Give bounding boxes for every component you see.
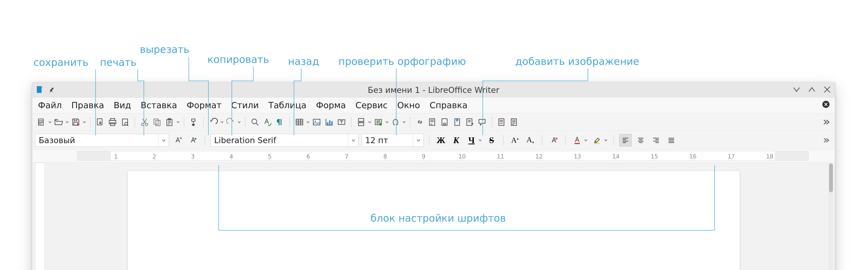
font-color-dropdown[interactable]	[583, 134, 588, 146]
window-close-button[interactable]	[823, 85, 831, 95]
document-close-icon[interactable]	[822, 100, 830, 110]
align-left-button[interactable]	[619, 134, 632, 146]
open-button[interactable]	[52, 116, 65, 128]
menu-help[interactable]: Справка	[430, 100, 468, 110]
insert-image-button[interactable]	[310, 116, 323, 128]
scrollbar-thumb[interactable]	[829, 163, 833, 192]
pin-icon[interactable]	[49, 86, 56, 94]
track-changes-button[interactable]	[495, 116, 508, 128]
paste-dropdown[interactable]	[176, 116, 180, 128]
cut-button[interactable]	[138, 116, 151, 128]
copy-button[interactable]	[151, 116, 163, 128]
redo-dropdown[interactable]	[237, 116, 242, 128]
clone-formatting-button[interactable]	[188, 116, 200, 128]
open-dropdown[interactable]	[65, 116, 69, 128]
new-document-dropdown[interactable]	[48, 116, 52, 128]
annotation-image-label: добавить изображение	[515, 56, 639, 67]
font-name-dropdown[interactable]	[348, 134, 359, 146]
insert-endnote-button[interactable]	[438, 116, 451, 128]
new-document-button[interactable]	[35, 116, 48, 128]
italic-button[interactable]: К	[450, 134, 462, 146]
menu-bar: Файл Правка Вид Вставка Формат Стили Таб…	[32, 98, 835, 113]
insert-hyperlink-button[interactable]	[414, 116, 426, 128]
highlight-color-button[interactable]	[591, 134, 603, 146]
fmt-toolbar-overflow-button[interactable]	[820, 134, 832, 146]
highlight-color-dropdown[interactable]	[603, 134, 608, 146]
insert-footnote-button[interactable]	[426, 116, 438, 128]
vertical-scrollbar[interactable]	[829, 163, 833, 270]
print-button[interactable]	[106, 116, 119, 128]
export-pdf-button[interactable]	[94, 116, 106, 128]
redo-button[interactable]	[224, 116, 237, 128]
menu-format[interactable]: Формат	[187, 100, 221, 110]
paragraph-style-value: Базовый	[39, 135, 75, 145]
insert-comment-button[interactable]	[476, 116, 488, 128]
clear-formatting-button[interactable]	[548, 134, 560, 146]
undo-dropdown[interactable]	[220, 116, 224, 128]
font-color-button[interactable]	[571, 134, 583, 146]
menu-file[interactable]: Файл	[38, 100, 62, 110]
paste-button[interactable]	[163, 116, 176, 128]
menu-edit[interactable]: Правка	[71, 100, 104, 110]
insert-special-char-dropdown[interactable]	[402, 116, 406, 128]
annotation-print-label: печать	[100, 56, 136, 68]
insert-chart-button[interactable]	[323, 116, 335, 128]
insert-table-dropdown[interactable]	[306, 116, 310, 128]
menu-styles[interactable]: Стили	[231, 100, 259, 110]
strikethrough-button[interactable]: S	[485, 134, 498, 146]
find-replace-button[interactable]	[249, 116, 261, 128]
insert-field-button[interactable]	[372, 116, 384, 128]
separator	[351, 117, 351, 127]
svg-rect-3	[74, 119, 77, 121]
vertical-ruler[interactable]	[35, 163, 45, 270]
insert-bookmark-button[interactable]	[451, 116, 463, 128]
superscript-button[interactable]: A▴	[509, 134, 521, 146]
save-button[interactable]	[69, 116, 82, 128]
menu-view[interactable]: Вид	[114, 100, 131, 110]
toolbar-overflow-button[interactable]	[820, 116, 832, 128]
save-dropdown[interactable]	[82, 116, 87, 128]
separator	[134, 117, 135, 127]
font-name-combo[interactable]: Liberation Serif	[211, 134, 359, 147]
menu-form[interactable]: Форма	[316, 100, 346, 110]
font-size-combo[interactable]: 12 пт	[362, 134, 424, 147]
insert-table-button[interactable]	[293, 116, 306, 128]
update-style-button[interactable]	[172, 134, 184, 146]
svg-rect-24	[331, 122, 333, 125]
print-preview-button[interactable]	[119, 116, 131, 128]
window-minimize-button[interactable]	[792, 85, 801, 95]
bold-button[interactable]: Ж	[435, 134, 447, 146]
svg-point-29	[379, 123, 382, 126]
menu-window[interactable]: Окно	[397, 100, 420, 110]
subscript-button[interactable]: A▾	[524, 134, 536, 146]
font-size-dropdown[interactable]	[413, 134, 424, 146]
separator	[614, 135, 614, 145]
insert-cross-ref-button[interactable]	[463, 116, 476, 128]
menu-table[interactable]: Таблица	[268, 100, 306, 110]
formatting-toolbar: Базовый Liberation Serif 12 пт Ж К Ч S A…	[32, 131, 835, 150]
paragraph-style-combo[interactable]: Базовый	[35, 134, 169, 147]
spellcheck-button[interactable]	[261, 116, 274, 128]
undo-button[interactable]	[207, 116, 220, 128]
insert-pagebreak-dropdown[interactable]	[367, 116, 372, 128]
underline-button[interactable]: Ч	[465, 134, 478, 146]
menu-tools[interactable]: Сервис	[355, 100, 388, 110]
document-page[interactable]	[128, 171, 740, 270]
separator	[90, 117, 91, 127]
formatting-marks-button[interactable]	[274, 116, 286, 128]
align-justify-button[interactable]	[665, 134, 678, 146]
align-right-button[interactable]	[650, 134, 662, 146]
show-changes-button[interactable]	[508, 116, 520, 128]
new-style-button[interactable]	[187, 134, 199, 146]
insert-pagebreak-button[interactable]	[355, 116, 367, 128]
paragraph-style-dropdown[interactable]	[158, 134, 169, 146]
horizontal-ruler[interactable]: 123456789101112131415161718	[77, 151, 808, 161]
insert-special-char-button[interactable]	[389, 116, 402, 128]
align-center-button[interactable]	[634, 134, 647, 146]
window-maximize-button[interactable]	[808, 85, 816, 95]
svg-rect-23	[329, 120, 331, 125]
insert-field-dropdown[interactable]	[384, 116, 389, 128]
menu-insert[interactable]: Вставка	[141, 100, 177, 110]
underline-dropdown[interactable]	[478, 134, 483, 146]
insert-textbox-button[interactable]	[335, 116, 348, 128]
